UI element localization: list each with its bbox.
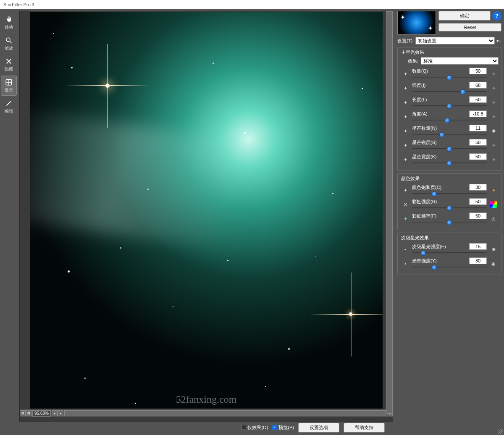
panel3-title: 次级星光效果 [400, 235, 499, 241]
secondary-intensity-right-icon: ✺ [488, 244, 499, 254]
plugin-logo [397, 11, 436, 34]
bottom-bar: 仅效果(O) 预览(P) 设置选项 帮助支持 [19, 422, 393, 433]
sharpness-slider[interactable] [412, 146, 487, 152]
spikes-left-icon: ✦ [400, 126, 410, 136]
edit-tool[interactable]: 编辑 [1, 97, 17, 117]
svg-point-0 [6, 38, 10, 42]
rainbow-intensity-slider[interactable] [412, 205, 487, 211]
saturation-right-icon: ✦ [488, 185, 499, 195]
quantity-right-icon: ✧ [488, 69, 499, 79]
panel2-title: 颜色效果 [400, 176, 499, 182]
intensity-slider[interactable] [412, 89, 487, 94]
rainbow-intensity-value[interactable]: 50 [469, 198, 487, 205]
quantity-slider-row: ✦ 数量(Q) 50 ✧ [400, 67, 499, 81]
scroll-left-icon[interactable]: ◂ [58, 410, 63, 416]
quantity-slider[interactable] [412, 74, 487, 80]
width-value[interactable]: 50 [469, 153, 487, 160]
zoom-dropdown-icon[interactable]: ▾ [52, 410, 58, 416]
rainbow-frequency-label: 彩虹频率(F) [412, 213, 436, 219]
window-title: StarFilter Pro 3 [3, 2, 34, 7]
length-label: 长度(L) [412, 97, 427, 103]
saturation-slider[interactable] [412, 191, 487, 197]
angle-value[interactable]: -10.8 [469, 110, 487, 117]
length-left-icon: ✦ [400, 97, 410, 107]
color-panel: 颜色效果 ✦ 颜色饱和度(C) 30 ✦ ✕ 彩虹强度(R) 50 [397, 173, 501, 230]
angle-slider-row: ✦ 角度(A) -10.8 ✧ [400, 110, 499, 123]
zoom-level[interactable]: 95.68% [32, 410, 51, 417]
zoom-tool[interactable]: 缩放 [1, 34, 17, 54]
help-support-button[interactable]: 帮助支持 [344, 423, 385, 432]
side-panel: 确定 ? Reset 设置(T): 初始设置 ▾≡ 主星光效果 效果: 标准 ✦… [395, 9, 504, 435]
sharpness-value[interactable]: 50 [469, 139, 487, 146]
saturation-value[interactable]: 30 [469, 184, 487, 191]
checkbox-icon [241, 425, 246, 430]
spikes-value[interactable]: 11 [469, 125, 487, 131]
preset-menu-icon[interactable]: ▾≡ [496, 38, 501, 44]
sharpness-slider-row: ✦ 星芒锐度(S) 50 ✧ [400, 139, 499, 152]
only-effect-checkbox[interactable]: 仅效果(O) [241, 425, 268, 431]
secondary-intensity-value[interactable]: 15 [469, 243, 487, 250]
angle-left-icon: ✦ [400, 112, 410, 122]
rainbow-intensity-label: 彩虹强度(R) [412, 199, 437, 205]
spikes-right-icon: ✺ [488, 126, 499, 136]
magnifier-icon [5, 36, 13, 45]
rainbow-frequency-slider[interactable] [412, 219, 487, 225]
ok-button[interactable]: 确定 [438, 11, 491, 21]
intensity-left-icon: ✦ [400, 83, 410, 93]
sharpness-label: 星芒锐度(S) [412, 139, 437, 146]
grid-icon [5, 78, 13, 86]
help-icon[interactable]: ? [492, 11, 501, 21]
spikes-slider[interactable] [412, 131, 487, 137]
intensity-value[interactable]: 68 [469, 82, 487, 89]
length-value[interactable]: 50 [469, 96, 487, 103]
angle-label: 角度(A) [412, 111, 428, 117]
zoom-out-icon[interactable]: ⊟ [20, 410, 26, 416]
rainbow-intensity-right-icon [488, 199, 499, 210]
secondary-intensity-left-icon: • [400, 244, 410, 254]
secondary-panel: 次级星光效果 • 次级星光强度(E) 15 ✺ • 光晕强度(Y) 30 [397, 233, 501, 275]
quantity-left-icon: ✦ [400, 69, 410, 79]
horizontal-scrollbar[interactable] [64, 410, 386, 416]
hide-tool[interactable]: 隐藏 [1, 55, 17, 75]
preview-image[interactable]: 52fanxing.com [30, 12, 383, 409]
width-slider-row: ✦ 星芒宽度(K) 50 ✧ [400, 153, 499, 166]
saturation-label: 颜色饱和度(C) [412, 184, 441, 191]
rainbow-frequency-slider-row: ✦ 彩虹频率(F) 50 ◎ [400, 212, 499, 225]
effect-select[interactable]: 标准 [421, 57, 499, 65]
angle-slider[interactable] [412, 117, 487, 123]
settings-button[interactable]: 设置选项 [298, 423, 339, 432]
left-toolbar: 移动 缩放 隐藏 显示 编辑 [0, 9, 18, 435]
main-layout: 移动 缩放 隐藏 显示 编辑 [0, 9, 504, 435]
reset-button[interactable]: Reset [438, 23, 501, 31]
zoom-in-icon[interactable]: ⊞ [26, 410, 32, 416]
canvas-area: 52fanxing.com ⊟ ⊞ 95.68% ▾ ◂ ▸ [19, 11, 393, 422]
preview-checkbox[interactable]: 预览(P) [272, 425, 294, 431]
watermark: 52fanxing.com [176, 394, 237, 405]
width-left-icon: ✦ [400, 155, 410, 165]
secondary-intensity-slider[interactable] [412, 250, 487, 256]
hand-icon [5, 15, 13, 24]
glow-value[interactable]: 30 [469, 257, 487, 264]
only-effect-label: 仅效果(O) [247, 425, 268, 431]
hide-label: 隐藏 [5, 66, 13, 72]
main-star-panel: 主星光效果 效果: 标准 ✦ 数量(Q) 50 ✧ ✦ 强度(I) 68 [397, 47, 501, 171]
resize-grip-icon[interactable] [498, 429, 503, 434]
x-icon [5, 57, 13, 66]
rainbow-frequency-value[interactable]: 50 [469, 212, 487, 219]
zoom-label: 缩放 [5, 45, 13, 51]
length-slider-row: ✦ 长度(L) 50 ✧ [400, 96, 499, 109]
svg-line-1 [10, 41, 12, 43]
quantity-value[interactable]: 50 [469, 68, 487, 74]
preset-select[interactable]: 初始设置 [415, 37, 494, 45]
width-slider[interactable] [412, 160, 487, 166]
status-row: ⊟ ⊞ 95.68% ▾ ◂ ▸ [20, 409, 393, 417]
show-tool[interactable]: 显示 [1, 76, 17, 96]
length-slider[interactable] [412, 103, 487, 109]
vertical-scrollbar[interactable] [386, 11, 393, 414]
show-label: 显示 [5, 87, 13, 93]
move-tool[interactable]: 移动 [1, 13, 17, 33]
sharpness-left-icon: ✦ [400, 140, 410, 150]
glow-slider[interactable] [412, 264, 487, 270]
length-right-icon: ✧ [488, 97, 499, 107]
rainbow-frequency-right-icon: ◎ [488, 214, 499, 224]
